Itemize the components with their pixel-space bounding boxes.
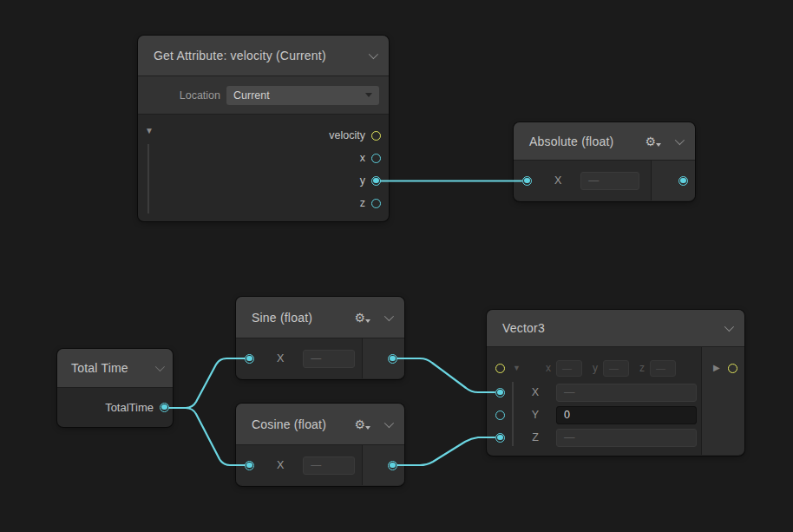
settings-gear-icon[interactable]: ⚙ (354, 418, 365, 430)
dropdown-arrow-icon (365, 93, 372, 97)
port-label: TotalTime (105, 401, 154, 414)
port-absolute-out[interactable] (678, 176, 688, 186)
edge-cosine-to-vector3-z[interactable] (397, 437, 495, 465)
collapse-chevron-icon[interactable] (675, 135, 685, 144)
settings-gear-icon[interactable]: ⚙ (645, 135, 656, 148)
input-label: X (277, 352, 284, 365)
node-get-attribute[interactable]: Get Attribute: velocity (Current) Locati… (138, 36, 389, 221)
port-label: velocity (329, 129, 365, 141)
node-total-time-body: TotalTime (57, 388, 173, 426)
foldout-triangle-icon[interactable]: ▼ (513, 365, 521, 372)
port-vector3-out[interactable] (728, 364, 737, 373)
collapse-chevron-icon[interactable] (384, 417, 394, 427)
node-absolute[interactable]: Absolute (float) ⚙ X — (514, 122, 695, 201)
port-label: z (360, 197, 365, 209)
expand-output-triangle-icon[interactable]: ▶ (713, 364, 720, 372)
axis-label-z: Z (529, 431, 541, 443)
node-title: Total Time (71, 361, 128, 375)
location-label: Location (170, 89, 220, 102)
node-sine-body: X — (236, 338, 404, 378)
axis-label-x: X (529, 386, 541, 398)
inline-x-field[interactable]: — (556, 360, 582, 377)
edge-totaltime-to-cosine-x[interactable] (169, 408, 245, 465)
port-vector3-y[interactable] (495, 410, 505, 420)
input-label: X (277, 459, 284, 471)
collapse-chevron-icon[interactable] (369, 49, 378, 59)
port-vector3-z[interactable] (495, 433, 505, 443)
port-sine-x[interactable] (245, 354, 254, 364)
node-title: Cosine (float) (252, 417, 326, 431)
vector3-inline-row: ▼ x — y — z — (495, 358, 697, 378)
port-totaltime-out[interactable] (160, 403, 169, 412)
vector3-row-x: X — (495, 382, 697, 403)
foldout-triangle-icon[interactable]: ▼ (145, 127, 154, 135)
port-vector3-in[interactable] (495, 364, 505, 373)
vector3-x-field[interactable]: — (556, 384, 697, 402)
location-dropdown[interactable]: Current (226, 86, 379, 105)
sine-x-field[interactable]: — (303, 350, 355, 368)
node-vector3-header[interactable]: Vector3 (487, 310, 744, 347)
inline-y-label: y (593, 362, 598, 374)
node-sine[interactable]: Sine (float) ⚙ X — (236, 297, 404, 379)
port-velocity[interactable] (371, 131, 381, 141)
absolute-x-field[interactable]: — (580, 172, 639, 190)
vector3-row-y: Y 0 (495, 404, 697, 425)
inline-y-field[interactable]: — (603, 360, 629, 377)
node-sine-header[interactable]: Sine (float) ⚙ (236, 297, 404, 338)
node-absolute-header[interactable]: Absolute (float) ⚙ (514, 122, 695, 161)
output-row-y: y (138, 169, 381, 192)
port-y[interactable] (371, 176, 381, 186)
node-title: Get Attribute: velocity (Current) (154, 49, 326, 62)
settings-gear-icon[interactable]: ⚙ (354, 312, 365, 324)
collapse-chevron-icon[interactable] (384, 311, 394, 320)
inline-z-label: z (639, 362, 645, 374)
vector3-row-z: Z — (495, 427, 697, 448)
settings-row: Location Current (138, 76, 389, 115)
get-attribute-body: ▼ velocity x y z (138, 115, 389, 214)
edge-sine-to-vector3-x[interactable] (397, 358, 495, 392)
node-vector3[interactable]: Vector3 ▶ ▼ x — y — z — (487, 310, 744, 456)
node-total-time-header[interactable]: Total Time (57, 349, 173, 388)
vector3-z-field[interactable]: — (556, 429, 697, 447)
node-cosine-body: X — (236, 445, 404, 485)
output-row-x: x (138, 147, 381, 169)
port-cosine-out[interactable] (388, 461, 397, 470)
cosine-x-field[interactable]: — (303, 456, 355, 475)
collapse-chevron-icon[interactable] (155, 362, 165, 371)
edge-totaltime-to-sine-x[interactable] (169, 358, 245, 408)
axis-label-y: Y (529, 409, 541, 421)
vector3-output-column: ▶ (701, 347, 744, 455)
node-total-time[interactable]: Total Time TotalTime (57, 349, 173, 427)
node-cosine-header[interactable]: Cosine (float) ⚙ (236, 404, 404, 445)
output-row-velocity: velocity (138, 124, 381, 147)
foldout-line (147, 144, 149, 213)
node-title: Absolute (float) (529, 135, 613, 148)
port-z[interactable] (371, 199, 381, 208)
node-vector3-body: ▶ ▼ x — y — z — X — (487, 347, 744, 455)
port-vector3-x[interactable] (495, 388, 505, 397)
location-dropdown-value: Current (233, 89, 270, 102)
inline-x-label: x (546, 362, 551, 374)
vector3-inline-fields: x — y — z — (546, 360, 686, 377)
node-cosine[interactable]: Cosine (float) ⚙ X — (236, 404, 404, 486)
node-title: Vector3 (502, 321, 545, 335)
vector3-y-field[interactable]: 0 (556, 406, 697, 424)
port-sine-out[interactable] (388, 354, 397, 364)
port-absolute-x[interactable] (522, 176, 532, 186)
node-get-attribute-header[interactable]: Get Attribute: velocity (Current) (138, 36, 389, 76)
inline-z-field[interactable]: — (650, 360, 676, 377)
port-x[interactable] (371, 154, 381, 163)
node-absolute-body: X — (514, 161, 695, 200)
node-title: Sine (float) (252, 311, 312, 325)
graph-canvas[interactable]: Get Attribute: velocity (Current) Locati… (0, 0, 793, 532)
collapse-chevron-icon[interactable] (724, 322, 734, 332)
port-label: x (360, 152, 365, 164)
output-row-z: z (138, 192, 381, 214)
port-label: y (360, 174, 365, 187)
input-label: X (554, 174, 561, 187)
port-cosine-x[interactable] (245, 461, 254, 470)
